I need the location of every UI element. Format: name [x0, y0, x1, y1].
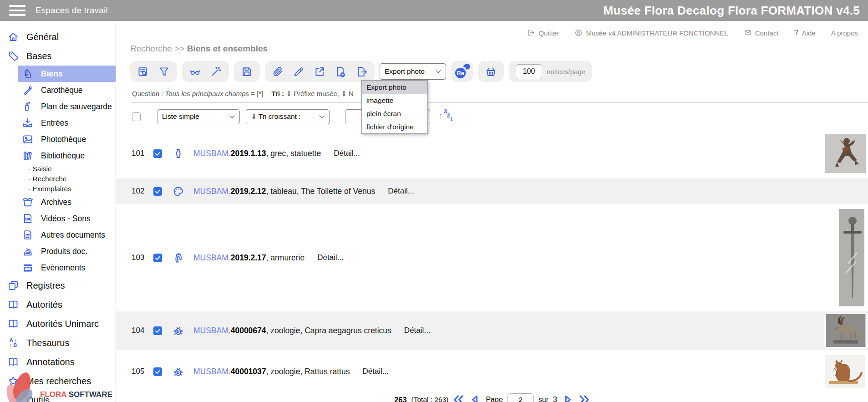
- glasses-icon[interactable]: [189, 66, 201, 78]
- toolbar: Export photo Export photo imagette plein…: [130, 61, 868, 82]
- filter-funnel-icon[interactable]: [158, 66, 170, 78]
- last-page-number: 3: [553, 396, 557, 402]
- quitter-link[interactable]: Quitter: [527, 29, 559, 37]
- sidebar-item-archives[interactable]: Archives: [0, 194, 116, 210]
- pagination: 263 (Total : 263) Page sur 3: [116, 393, 868, 402]
- results-list: 101 MUSBAM.2019.1.13, grec, statuette Dé…: [116, 128, 868, 393]
- external-link-icon[interactable]: [314, 66, 326, 78]
- result-row: 105 MUSBAM.40001037, zoologie, Rattus ra…: [116, 350, 868, 393]
- user-menu[interactable]: Musée v4 ADMINISTRATEUR FONCTIONNEL: [574, 29, 728, 37]
- next-page-icon[interactable]: [562, 394, 574, 402]
- apropos-link[interactable]: A propos: [831, 29, 858, 37]
- toolbar-group-view: [182, 61, 229, 82]
- record-link[interactable]: MUSBAM.: [193, 326, 231, 335]
- open-book-icon: [7, 356, 19, 368]
- export-mode-value: Export photo: [385, 67, 425, 76]
- sidebar-item-autorites[interactable]: Autorités: [0, 295, 116, 314]
- row-checkbox-checked[interactable]: [153, 187, 162, 196]
- sidebar-item-entrees[interactable]: Entrées: [0, 115, 116, 131]
- tag-icon: [7, 50, 19, 62]
- object-thumbnail-sword[interactable]: [839, 209, 864, 306]
- save-icon[interactable]: [241, 66, 253, 78]
- previous-page-icon[interactable]: [469, 394, 481, 402]
- last-page-icon[interactable]: [578, 394, 590, 402]
- dropdown-option-plein-ecran[interactable]: plein écran: [362, 107, 427, 120]
- sidebar-item-label: Autres documents: [41, 230, 105, 240]
- sidebar-item-label: Thesaurus: [26, 338, 70, 348]
- dropdown-option-imagette[interactable]: imagette: [362, 94, 427, 107]
- contact-link[interactable]: Contact: [744, 29, 779, 37]
- sidebar-item-autres-documents[interactable]: Autres documents: [0, 227, 116, 243]
- record-link[interactable]: MUSBAM.: [193, 367, 231, 376]
- re-search-button[interactable]: Re: [451, 61, 473, 82]
- stack-icon: [22, 245, 34, 257]
- aide-link[interactable]: ? Aide: [794, 28, 815, 37]
- query-tri-label: Tri :: [272, 90, 284, 97]
- sidebar-item-label: Général: [26, 32, 59, 42]
- notices-per-page-input[interactable]: [516, 64, 542, 79]
- list-search-icon[interactable]: [137, 66, 149, 78]
- detail-link[interactable]: Détail...: [404, 326, 431, 335]
- query-summary: Question : Tous les principaux champs = …: [132, 90, 868, 98]
- row-checkbox-checked[interactable]: [153, 254, 162, 262]
- list-mode-select[interactable]: Liste simple: [157, 109, 240, 124]
- magic-wand-icon[interactable]: [210, 66, 222, 78]
- palette-icon: [172, 185, 184, 198]
- detail-link[interactable]: Détail...: [317, 253, 344, 262]
- row-checkbox-checked[interactable]: [153, 367, 162, 376]
- sidebar-item-carotheque[interactable]: Carothèque: [0, 82, 116, 98]
- dropdown-option-fichier-origine[interactable]: fichier d'origine: [362, 120, 427, 133]
- sidebar-item-label: Archives: [41, 198, 71, 207]
- basket-icon[interactable]: [485, 66, 497, 78]
- record-link[interactable]: MUSBAM.: [193, 253, 231, 262]
- detail-link[interactable]: Détail...: [334, 149, 360, 158]
- sidebar-item-produits-doc[interactable]: Produits doc.: [0, 243, 116, 260]
- sidebar-item-exemplaires[interactable]: - Exemplaires: [0, 184, 116, 194]
- sidebar-item-bibliotheque[interactable]: Bibliothèque: [0, 148, 116, 164]
- detail-link[interactable]: Détail...: [388, 187, 414, 196]
- select-all-checkbox[interactable]: [132, 112, 141, 121]
- page-number-input[interactable]: [508, 393, 534, 402]
- export-document-icon[interactable]: [355, 66, 368, 78]
- row-checkbox-checked[interactable]: [153, 326, 162, 335]
- print-document-icon[interactable]: [335, 66, 347, 78]
- sidebar-item-bases[interactable]: Bases: [0, 46, 116, 66]
- sidebar-item-plan-sauvegarde[interactable]: Plan de sauvegarde: [0, 98, 116, 115]
- sidebar-item-biens[interactable]: ♘ Biens: [18, 66, 116, 82]
- sidebar-item-phototheque[interactable]: Photothèque: [0, 131, 116, 148]
- object-thumbnail-ibex[interactable]: [824, 313, 867, 348]
- export-mode-select[interactable]: Export photo: [380, 63, 446, 80]
- sidebar-item-videos-sons[interactable]: Vidéos - Sons: [0, 210, 116, 227]
- pencil-icon[interactable]: [293, 66, 305, 78]
- image-icon: [22, 133, 34, 145]
- row-checkbox-checked[interactable]: [153, 149, 162, 158]
- hamburger-menu-icon[interactable]: [9, 5, 25, 16]
- first-page-icon[interactable]: [453, 394, 465, 402]
- sidebar-item-saisie[interactable]: - Saisie: [0, 164, 116, 174]
- detail-link[interactable]: Détail...: [362, 367, 389, 376]
- carrot-icon: [22, 84, 34, 96]
- sidebar-item-autorites-unimarc[interactable]: Autorités Unimarc: [0, 314, 116, 333]
- sidebar-item-general[interactable]: Général: [0, 27, 116, 46]
- object-thumbnail-rat[interactable]: [825, 355, 865, 388]
- layered-pages-icon: [7, 280, 19, 291]
- numeric-sort-icon[interactable]: 3 ↑ 2 1: [438, 109, 452, 124]
- workspace-label[interactable]: Espaces de travail: [36, 5, 108, 15]
- record-link[interactable]: MUSBAM.: [193, 187, 231, 196]
- sidebar-item-label: Evènements: [41, 263, 85, 273]
- sidebar-item-registres[interactable]: Registres: [0, 276, 116, 295]
- result-row: 102 MUSBAM.2019.2.12, tableau, The Toile…: [116, 178, 868, 204]
- result-total: (Total : 263): [411, 396, 449, 402]
- dropdown-option-export-photo[interactable]: Export photo: [362, 81, 427, 94]
- sidebar-item-annotations[interactable]: Annotations: [0, 352, 116, 371]
- object-thumbnail-statuette[interactable]: [825, 134, 866, 173]
- sidebar-item-thesaurus[interactable]: A ↓↑ B Thesaurus: [0, 333, 116, 352]
- sidebar-item-evenements[interactable]: Evènements: [0, 260, 116, 276]
- inbox-download-icon: [22, 117, 34, 129]
- record-link[interactable]: MUSBAM.: [193, 149, 231, 158]
- paperclip-icon[interactable]: [272, 66, 284, 78]
- sidebar-item-recherche[interactable]: - Recherche: [0, 174, 116, 184]
- result-row: 104 MUSBAM.40000674, zoologie, Capra aeg…: [116, 311, 868, 350]
- sort-primary-select[interactable]: ⇓ Tri croissant :: [246, 109, 330, 124]
- notices-per-page-group: notices/page: [509, 61, 592, 82]
